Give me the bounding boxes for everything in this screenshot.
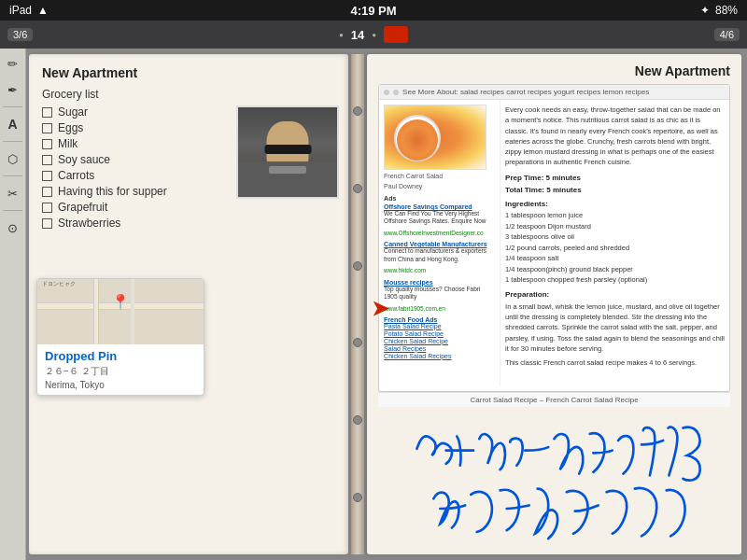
ad-1-text: We Can Find You The Very Highest Offshor… [384,210,495,226]
binding-ring [353,415,362,425]
prep-time: Prep Time: 5 minutes [505,173,725,183]
page-dot-right: ● [372,31,376,39]
checkbox[interactable] [42,107,52,118]
photo-inner [238,107,337,197]
status-right: ✦ 88% [700,4,738,17]
ad-1: Offshore Savings Compared We Can Find Yo… [384,203,495,237]
ad-3-text: Top quality mousses? Choose Fabri 1905 q… [384,286,495,301]
browser-right-panel: Every cook needs an easy, throw-together… [500,100,729,385]
ad-2-text: Connect to manufacturers & exporters fro… [384,247,495,263]
grocery-list-title: Grocery list [42,88,335,101]
french-food-label: French Food Ads [384,316,495,323]
notebook: ✏ ✒ A ⬡ ✂ ⊙ New Apartment Grocery list S… [0,49,747,560]
text-tool[interactable]: A [4,115,22,133]
ingredient-5: 1/4 teaspoon salt [505,254,725,264]
ingredients-title: Ingredients: [505,199,725,209]
checkbox[interactable] [42,171,52,181]
browser-url: See More About: salad recipes carrot rec… [402,88,725,96]
ingredient-7: 1 tablespoon chopped fresh parsley (opti… [505,275,725,286]
recipe-image-caption: French Carrot Salad [384,173,495,179]
preparation-text: In a small bowl, whisk the lemon juice, … [505,301,725,354]
checkbox[interactable] [42,155,52,165]
recipe-author: Paul Downey [384,183,495,189]
ad-1-title[interactable]: Offshore Savings Compared [384,203,495,210]
map-pin-icon: 📍 [111,293,130,311]
ingredient-1: 1 tablespoon lemon juice [505,211,725,221]
checkbox[interactable] [42,218,52,229]
item-label: Having this for supper [58,185,167,198]
name-badge [269,166,306,174]
ad-3-url: www.fabri1905.com.en [384,305,495,313]
checkbox[interactable] [42,187,52,197]
item-label: Grapefruit [58,201,107,214]
pasta-salad-link[interactable]: Pasta Salad Recipe [384,323,495,329]
tool-divider-2 [3,141,23,142]
salad-shape [397,119,438,161]
ad-1-url: www.OffshoreInvestmentDesigner.co [384,230,495,237]
left-page-badge[interactable]: 3/6 [7,28,33,41]
item-label: Soy sauce [58,153,110,166]
map-info: Dropped Pin ２６−６ ２丁目 Nerima, Tokyo [37,344,204,395]
binding-ring [353,493,362,502]
right-page-title: New Apartment [378,63,730,78]
map-area: 📍 ドヨンヒャク [37,279,204,344]
french-food-section: French Food Ads Pasta Salad Recipe Potat… [384,316,495,359]
right-page-badge[interactable]: 4/6 [714,28,740,41]
map-japanese-text: ドヨンヒャク [42,281,93,288]
chicken-salad-recipes-link[interactable]: Chicken Salad Recipes [384,353,495,359]
item-label: Milk [58,137,78,150]
pen-tool[interactable]: ✏ [4,54,22,73]
left-page-title: New Apartment [42,65,335,80]
browser-content: French Carrot Salad Paul Downey Ads Offs… [379,100,729,385]
page-number: 14 [351,28,364,42]
status-bar: iPad ▲ 4:19 PM ✦ 88% [0,0,747,21]
checkbox[interactable] [42,123,52,133]
map-address-1: ２６−６ ２丁目 [45,365,196,378]
checkbox[interactable] [42,203,52,213]
total-time: Total Time: 5 minutes [505,185,725,195]
map-address-2: Nerima, Tokyo [45,380,196,390]
record-button[interactable] [384,26,408,43]
handwritten-svg [367,410,741,554]
toolbar-left: 3/6 [7,28,33,41]
status-left: iPad ▲ [9,4,49,17]
ad-3-title[interactable]: Mousse recipes [384,279,495,286]
camera-tool[interactable]: ⊙ [4,218,22,237]
tool-divider-1 [3,106,23,107]
binding-ring [353,184,362,193]
checkbox[interactable] [42,139,52,149]
toolbar-right: 4/6 [714,28,740,41]
bluetooth-icon: ✦ [700,4,710,17]
chicken-salad-link[interactable]: Chicken Salad Recipe [384,338,495,344]
toolbar-center: ● 14 ● [339,26,408,43]
cut-tool[interactable]: ✂ [4,184,22,203]
ad-2: Canned Vegetable Manufacturers Connect t… [384,241,495,274]
right-page: New Apartment See More About: salad reci… [367,54,741,554]
ingredient-3: 3 tablespoons olive oil [505,232,725,243]
toolbar: 3/6 ● 14 ● 4/6 [0,21,747,49]
sunglasses-shape [264,145,311,154]
salad-recipes-link[interactable]: Salad Recipes [384,345,495,352]
recipe-bottom-caption: Carrot Salad Recipe – French Carrot Sala… [378,392,730,407]
marker-tool[interactable]: ✒ [4,80,22,99]
recipe-image-inner [385,105,486,169]
binding-ring [353,261,362,271]
ad-2-title[interactable]: Canned Vegetable Manufacturers [384,241,495,247]
map-widget[interactable]: 📍 ドヨンヒャク Dropped Pin ２６−６ ２丁目 Nerima, To… [36,278,204,396]
dropped-pin-label: Dropped Pin [45,349,196,363]
eraser-tool[interactable]: ⬡ [4,149,22,168]
recipe-browser[interactable]: See More About: salad recipes carrot rec… [378,84,730,392]
sidebar-tools: ✏ ✒ A ⬡ ✂ ⊙ [0,49,26,560]
item-label: Eggs [58,121,83,134]
ads-section: Ads Offshore Savings Compared We Can Fin… [384,195,495,359]
item-label: Strawberries [58,217,120,230]
map-bg [37,279,204,344]
ingredient-2: 1/2 teaspoon Dijon mustard [505,222,725,232]
tool-divider-4 [3,210,23,211]
ingredient-4: 1/2 pound carrots, peeled and shredded [505,244,725,254]
binding-ring [353,106,362,116]
potato-salad-link[interactable]: Potato Salad Recipe [384,330,495,337]
list-item: Grapefruit [42,201,335,214]
battery-label: 88% [715,4,738,17]
left-page: New Apartment Grocery list Sugar Eggs Mi… [29,54,348,554]
